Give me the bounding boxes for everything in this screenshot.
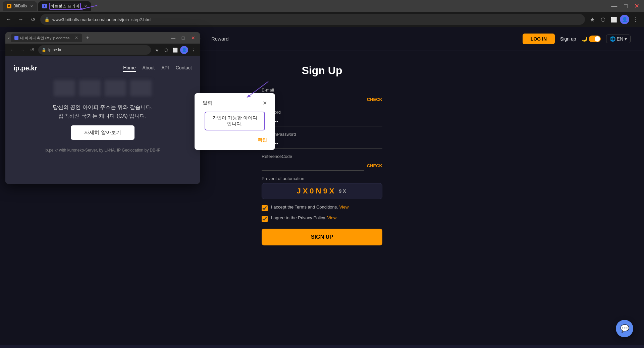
float-back-button[interactable]: ← — [8, 46, 16, 54]
float-forward-button[interactable]: → — [18, 46, 26, 54]
email-input[interactable] — [262, 95, 364, 104]
moon-icon: 🌙 — [582, 36, 587, 42]
ip-site-logo: ip.pe.kr — [13, 64, 37, 72]
browser-tab-ippekr[interactable]: i 비트불스 프리아 ✕ — [38, 1, 91, 11]
captcha-9x-label: 9X — [339, 188, 347, 194]
ip-address-display — [13, 80, 192, 96]
privacy-label: I agree to the Privacy Policy. View — [271, 215, 336, 220]
alert-confirm-button[interactable]: 확인 — [258, 137, 267, 143]
chat-bubble-button[interactable]: 💬 — [616, 320, 633, 337]
close-button[interactable]: ✕ — [632, 2, 641, 10]
alert-modal-header: 알림 ✕ — [203, 100, 267, 106]
new-tab-button[interactable]: + — [92, 1, 102, 11]
maximize-button[interactable]: □ — [622, 2, 630, 10]
confirm-password-group: ConfirmPassword — [262, 132, 382, 149]
browser-chrome: B BitBulls ✕ i 비트불스 프리아 ✕ + — □ ✕ ← — [0, 0, 644, 27]
ip-footer: ip.pe.kr with kuroneko-Server, by LI-NA.… — [13, 148, 192, 153]
ip-nav-about[interactable]: About — [143, 65, 155, 72]
float-reload-button[interactable]: ↺ — [28, 46, 36, 54]
ip-site-header: ip.pe.kr Home About API Contact — [13, 64, 192, 72]
captcha-label: Prevent of automation — [262, 176, 382, 181]
menu-icon[interactable]: ⋮ — [631, 15, 640, 24]
email-row: CHECK — [262, 95, 382, 104]
password-input[interactable] — [262, 117, 382, 126]
bitbulls-tab-close[interactable]: ✕ — [30, 4, 33, 8]
float-back-icon[interactable]: ‹ — [8, 35, 10, 41]
float-menu-icon[interactable]: ⋮ — [189, 46, 197, 54]
terms-view-link[interactable]: View — [339, 205, 349, 210]
screenshot-icon[interactable]: ⬜ — [609, 15, 619, 24]
ip-site-nav: Home About API Contact — [123, 65, 192, 72]
referral-input[interactable] — [262, 161, 364, 171]
captcha-group: Prevent of automation JX0N9X 9X — [262, 176, 382, 199]
signup-link[interactable]: Sign up — [560, 36, 576, 42]
ippekr-favicon: i — [42, 4, 47, 8]
privacy-view-link[interactable]: View — [327, 215, 336, 220]
float-lock-icon: 🔒 — [42, 48, 46, 52]
toggle-track[interactable] — [589, 36, 601, 42]
browser-tab-bitbulls[interactable]: B BitBulls ✕ — [3, 1, 37, 11]
float-profile-icon[interactable]: 👤 — [180, 46, 188, 54]
email-check-button[interactable]: CHECK — [367, 97, 382, 102]
float-new-tab-button[interactable]: + — [84, 34, 92, 42]
ip-block-2 — [79, 80, 101, 96]
signup-submit-button[interactable]: SIGN UP — [262, 229, 382, 245]
signup-form: E-mail CHECK Password ConfirmPassword Re… — [262, 88, 382, 245]
ip-nav-home[interactable]: Home — [123, 65, 136, 72]
floating-tab-ippekr[interactable]: 내 아이피 확인 (My ip address... ✕ — [11, 34, 82, 42]
ippekr-tab-label: 비트불스 프리아 — [49, 3, 81, 10]
forward-button[interactable]: → — [16, 15, 25, 24]
floating-browser-window: ‹ 내 아이피 확인 (My ip address... ✕ + — □ ✕ ←… — [5, 32, 200, 184]
globe-icon: 🌐 — [610, 36, 615, 42]
back-button[interactable]: ← — [4, 15, 13, 24]
window-controls: — □ ✕ — [609, 2, 641, 10]
toolbar-icons: ★ ⬡ ⬜ 👤 ⋮ — [588, 15, 640, 24]
alert-modal: 알림 ✕ 가입이 가능한 아이디 입니다. 확인 — [195, 93, 275, 150]
nav-reward[interactable]: Reward — [211, 36, 229, 42]
float-extensions-icon[interactable]: ⬡ — [162, 46, 170, 54]
captcha-display: JX0N9X 9X — [262, 183, 382, 199]
email-group: E-mail CHECK — [262, 88, 382, 104]
ippekr-tab-close[interactable]: ✕ — [84, 4, 87, 8]
referral-label: ReferenceCode — [262, 154, 382, 159]
ip-desc-line2: 접속하신 국가는 캐나다 (CA) 입니다. — [13, 112, 192, 120]
float-minimize-button[interactable]: — — [169, 34, 177, 42]
bookmark-icon[interactable]: ★ — [588, 15, 597, 24]
float-close-button[interactable]: ✕ — [189, 34, 197, 42]
toggle-thumb — [595, 36, 600, 42]
confirm-password-input[interactable] — [262, 139, 382, 149]
referral-group: ReferenceCode CHECK — [262, 154, 382, 171]
float-screenshot-icon[interactable]: ⬜ — [171, 46, 179, 54]
ip-nav-contact[interactable]: Contact — [176, 65, 192, 72]
referral-check-button[interactable]: CHECK — [367, 163, 382, 168]
float-tab-close[interactable]: ✕ — [74, 36, 79, 40]
language-selector[interactable]: 🌐 EN ▾ — [606, 35, 631, 43]
terms-group: I accept the Terms and Conditions. View — [262, 205, 382, 211]
ip-block-1 — [54, 80, 75, 96]
floating-tab-back[interactable]: ‹ — [8, 35, 10, 41]
ip-site-content: ip.pe.kr Home About API Contact 당신의 공인 아… — [5, 56, 200, 184]
chat-icon: 💬 — [620, 324, 629, 333]
ip-block-3 — [105, 80, 126, 96]
privacy-checkbox[interactable] — [262, 216, 268, 222]
chevron-down-icon: ▾ — [625, 36, 627, 42]
terms-checkbox[interactable] — [262, 205, 268, 211]
login-button[interactable]: LOG IN — [523, 34, 555, 44]
float-tab-favicon — [14, 36, 18, 40]
ip-detail-button[interactable]: 자세히 알아보기 — [71, 125, 134, 140]
float-address-bar[interactable]: 🔒 ip.pe.kr — [38, 45, 151, 55]
password-label: Password — [262, 110, 382, 115]
dark-mode-toggle[interactable]: 🌙 — [582, 36, 601, 42]
site-content: BIT BULLS USDT Futures ▾ Buy Crypto ▾ As… — [0, 27, 644, 345]
profile-icon[interactable]: 👤 — [620, 15, 629, 24]
float-maximize-button[interactable]: □ — [179, 34, 187, 42]
ip-block-4 — [130, 80, 152, 96]
address-bar[interactable]: 🔒 www3.bitbulls-market.com/contents/join… — [40, 14, 585, 25]
minimize-button[interactable]: — — [609, 2, 619, 10]
alert-title: 알림 — [203, 100, 213, 106]
ip-nav-api[interactable]: API — [161, 65, 169, 72]
alert-close-button[interactable]: ✕ — [263, 100, 267, 106]
extensions-icon[interactable]: ⬡ — [598, 15, 608, 24]
float-bookmark-icon[interactable]: ★ — [153, 46, 161, 54]
reload-button[interactable]: ↺ — [28, 15, 38, 24]
